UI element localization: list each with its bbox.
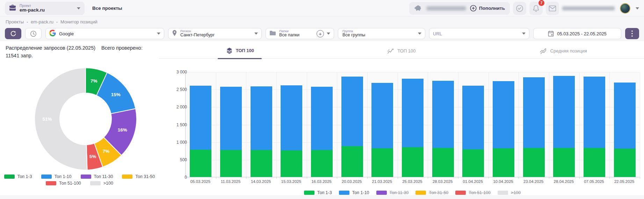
- bar-segment-top3[interactable]: [493, 148, 514, 177]
- x-axis-tick: [246, 177, 246, 179]
- bar-segment-top10[interactable]: [493, 81, 514, 148]
- bar-segment-top3[interactable]: [311, 150, 333, 177]
- masked-balance: [427, 6, 466, 10]
- bar-segment-top3[interactable]: [462, 149, 484, 177]
- check-circle-icon: [516, 5, 523, 12]
- plus-circle-icon: [470, 5, 477, 12]
- x-axis-label: 14.03.2025: [246, 179, 276, 184]
- bar-segment-top10[interactable]: [523, 77, 545, 148]
- bar-segment-top10[interactable]: [190, 86, 211, 150]
- trend-line-icon: [387, 48, 395, 54]
- bar-segment-top3[interactable]: [553, 148, 575, 177]
- region-select[interactable]: Регион Санкт-Петербург: [168, 28, 262, 39]
- donut-legend-item[interactable]: Топ 11-30: [81, 174, 113, 179]
- bar-segment-top3[interactable]: [341, 146, 363, 177]
- distribution-title: Распределение запросов (22.05.2025): [6, 45, 95, 51]
- bar-segment-top10[interactable]: [553, 76, 575, 148]
- group-value: Все группы: [342, 33, 365, 37]
- bar-segment-top3[interactable]: [523, 148, 545, 177]
- balance-pill: Пополнить: [409, 2, 510, 15]
- bar-segment-top10[interactable]: [341, 77, 363, 146]
- distribution-panel: Распределение запросов (22.05.2025)Всего…: [0, 41, 159, 195]
- x-axis-label: 01.04.2025: [458, 179, 488, 184]
- bar-segment-top3[interactable]: [432, 148, 454, 177]
- project-selector[interactable]: Проект em-pack.ru: [5, 2, 85, 15]
- bar-segment-top10[interactable]: [220, 87, 242, 150]
- bar-segment-top10[interactable]: [432, 81, 454, 148]
- legend-swatch: [498, 191, 508, 195]
- x-axis-tick: [367, 177, 368, 179]
- legend-swatch: [41, 175, 52, 179]
- calendar-icon: [548, 30, 554, 37]
- bar-segment-top10[interactable]: [584, 77, 605, 148]
- bar-segment-top10[interactable]: [281, 85, 302, 150]
- location-pin-icon: [172, 30, 177, 38]
- chevron-down-icon: [77, 7, 80, 9]
- messages-button[interactable]: [546, 2, 559, 15]
- history-button[interactable]: [25, 28, 42, 39]
- bar-legend-item[interactable]: Топ 51-100: [455, 190, 491, 195]
- bar-legend-item[interactable]: Топ 1-10: [339, 190, 369, 195]
- x-axis-label: 22.05.2025: [609, 179, 639, 184]
- x-axis-tick: [549, 177, 549, 179]
- bar-legend-item[interactable]: Топ 31-50: [415, 190, 448, 195]
- bar-segment-top3[interactable]: [220, 150, 242, 177]
- tab-top100-line[interactable]: ТОП 100: [321, 48, 483, 58]
- bar-segment-top10[interactable]: [462, 86, 484, 149]
- group-select[interactable]: Группа Все группы: [338, 28, 425, 39]
- bar-segment-top10[interactable]: [251, 86, 272, 150]
- bar-segment-top3[interactable]: [281, 150, 302, 177]
- folders-select[interactable]: Папки Все папки +: [266, 28, 334, 39]
- gridline: [458, 72, 458, 177]
- notifications-button[interactable]: 7: [529, 2, 543, 15]
- donut-legend-item[interactable]: Топ 1-10: [41, 174, 72, 179]
- bar-segment-top3[interactable]: [371, 148, 393, 177]
- date-range-picker[interactable]: 05.03.2025 - 22.05.2025: [533, 28, 621, 39]
- tab-top100-stacked[interactable]: ТОП 100: [159, 47, 321, 58]
- bar-segment-top3[interactable]: [190, 150, 211, 177]
- bar-legend-item[interactable]: >100: [498, 190, 521, 195]
- user-menu-chevron-icon[interactable]: [636, 7, 639, 9]
- bar-segment-top10[interactable]: [402, 79, 424, 147]
- search-engine-value: Google: [59, 31, 74, 36]
- legend-swatch: [122, 175, 132, 179]
- all-projects-link[interactable]: Все проекты: [92, 6, 122, 11]
- chevron-down-icon: [157, 33, 160, 35]
- bar-segment-top10[interactable]: [311, 87, 333, 150]
- positions-stacked-bar-chart: 05001 0001 5002 0002 5003 000 05.03.2025…: [159, 59, 644, 195]
- avatar[interactable]: [620, 3, 630, 14]
- bell-icon: [533, 5, 540, 12]
- bar-segment-top3[interactable]: [402, 147, 424, 177]
- donut-legend-item[interactable]: Топ 1-3: [4, 174, 32, 179]
- x-axis-label: 11.03.2025: [216, 179, 246, 184]
- add-folder-button[interactable]: +: [317, 30, 324, 37]
- donut-legend-item[interactable]: Топ 31-50: [122, 174, 155, 179]
- bar-segment-top3[interactable]: [614, 149, 636, 177]
- donut-legend-item[interactable]: >100: [90, 181, 113, 186]
- gridline: [216, 72, 216, 177]
- bar-segment-top3[interactable]: [584, 148, 605, 177]
- donut-legend-item[interactable]: Топ 51-100: [46, 181, 81, 186]
- bar-legend-item[interactable]: Топ 1-3: [304, 190, 332, 195]
- breadcrumb-current: Монитор позиций: [60, 19, 97, 24]
- search-engine-select[interactable]: Google: [45, 28, 164, 39]
- bar-legend-item[interactable]: Топ 11-30: [376, 190, 409, 195]
- refresh-button[interactable]: [5, 28, 21, 39]
- layers-icon: [226, 47, 233, 54]
- tab-average-position[interactable]: Средняя позиция: [482, 48, 644, 58]
- x-axis-tick: [609, 177, 610, 179]
- topup-button[interactable]: Пополнить: [470, 5, 505, 12]
- kebab-menu-icon: [631, 30, 633, 37]
- bar-segment-top10[interactable]: [371, 83, 393, 148]
- bar-segment-top3[interactable]: [251, 150, 272, 177]
- more-options-button[interactable]: [625, 28, 639, 39]
- donut-segment-value: 15%: [111, 92, 121, 97]
- chevron-down-icon: [327, 33, 330, 35]
- tasks-button[interactable]: [513, 2, 526, 15]
- bar-segment-top10[interactable]: [614, 83, 636, 149]
- x-axis-tick: [307, 177, 307, 179]
- breadcrumb-project[interactable]: em-pack.ru: [31, 19, 53, 24]
- url-select[interactable]: URL: [429, 28, 529, 39]
- breadcrumb-projects[interactable]: Проекты: [6, 19, 24, 24]
- donut-segment-value: 16%: [118, 127, 127, 133]
